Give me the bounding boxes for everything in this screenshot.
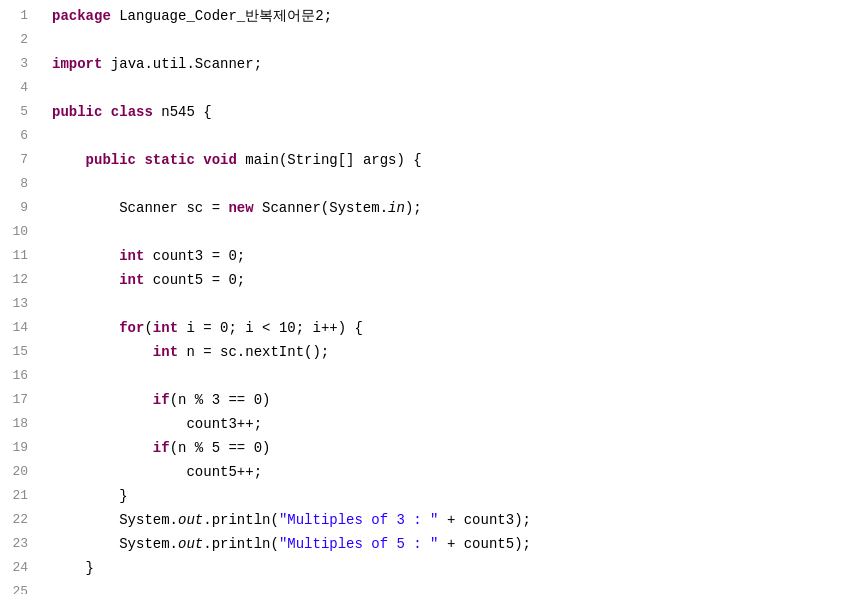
plain-token: i = 0; i < 10; i++) { (178, 320, 363, 336)
code-line-25 (52, 580, 868, 594)
code-line-1: package Language_Coder_반복제어문2; (52, 4, 868, 28)
plain-token (52, 320, 119, 336)
line-number-6: 6 (8, 124, 28, 148)
line-number-17: 17 (8, 388, 28, 412)
plain-token: + count3); (439, 512, 531, 528)
plain-token: System. (52, 512, 178, 528)
plain-token: count3 = 0; (144, 248, 245, 264)
keyword-token: new (228, 200, 253, 216)
line-number-13: 13 (8, 292, 28, 316)
plain-token: + count5); (439, 536, 531, 552)
line-number-25: 25 (8, 580, 28, 594)
plain-token: Language_Coder_반복제어문2; (111, 8, 332, 24)
plain-token: main(String[] args) { (237, 152, 422, 168)
italic-token: in (388, 200, 405, 216)
plain-token: ( (144, 320, 152, 336)
plain-token (52, 248, 119, 264)
keyword-token: if (153, 440, 170, 456)
line-number-12: 12 (8, 268, 28, 292)
keyword-token: int (153, 344, 178, 360)
code-line-24: } (52, 556, 868, 580)
plain-token: count5++; (52, 464, 262, 480)
plain-token: count5 = 0; (144, 272, 245, 288)
line-number-16: 16 (8, 364, 28, 388)
keyword-token: static (144, 152, 194, 168)
string-token: "Multiples of 3 : " (279, 512, 439, 528)
line-number-20: 20 (8, 460, 28, 484)
line-number-2: 2 (8, 28, 28, 52)
keyword-token: for (119, 320, 144, 336)
plain-token: n545 { (153, 104, 212, 120)
plain-token: System. (52, 536, 178, 552)
keyword-token: class (111, 104, 153, 120)
line-number-8: 8 (8, 172, 28, 196)
code-line-6 (52, 124, 868, 148)
string-token: "Multiples of 5 : " (279, 536, 439, 552)
line-number-22: 22 (8, 508, 28, 532)
plain-token: n = sc.nextInt(); (178, 344, 329, 360)
plain-token: ); (405, 200, 422, 216)
plain-token: (n % 3 == 0) (170, 392, 271, 408)
line-number-9: 9 (8, 196, 28, 220)
keyword-token: import (52, 56, 102, 72)
plain-token (52, 272, 119, 288)
italic-token: out (178, 536, 203, 552)
line-number-19: 19 (8, 436, 28, 460)
keyword-token: if (153, 392, 170, 408)
code-line-20: count5++; (52, 460, 868, 484)
code-line-22: System.out.println("Multiples of 3 : " +… (52, 508, 868, 532)
code-line-11: int count3 = 0; (52, 244, 868, 268)
plain-token (195, 152, 203, 168)
line-number-18: 18 (8, 412, 28, 436)
plain-token: java.util.Scanner; (102, 56, 262, 72)
line-number-11: 11 (8, 244, 28, 268)
code-line-9: Scanner sc = new Scanner(System.in); (52, 196, 868, 220)
plain-token: } (52, 560, 94, 576)
plain-token: (n % 5 == 0) (170, 440, 271, 456)
code-line-4 (52, 76, 868, 100)
code-line-7: public static void main(String[] args) { (52, 148, 868, 172)
keyword-token: void (203, 152, 237, 168)
line-number-14: 14 (8, 316, 28, 340)
code-line-12: int count5 = 0; (52, 268, 868, 292)
plain-token: count3++; (52, 416, 262, 432)
plain-token: .println( (203, 536, 279, 552)
line-numbers: 1234567⊖89101112131415161718192021222324… (0, 4, 36, 594)
line-number-1: 1 (8, 4, 28, 28)
code-line-10 (52, 220, 868, 244)
plain-token (52, 152, 86, 168)
line-number-21: 21 (8, 484, 28, 508)
plain-token (52, 392, 153, 408)
line-number-5: 5 (8, 100, 28, 124)
keyword-token: int (153, 320, 178, 336)
plain-token (52, 440, 153, 456)
plain-token (52, 344, 153, 360)
line-number-15: 15 (8, 340, 28, 364)
line-number-10: 10 (8, 220, 28, 244)
line-number-3: 3 (8, 52, 28, 76)
code-line-13 (52, 292, 868, 316)
code-lines: package Language_Coder_반복제어문2; import ja… (36, 4, 868, 594)
line-number-23: 23 (8, 532, 28, 556)
code-container: 1234567⊖89101112131415161718192021222324… (0, 0, 868, 594)
keyword-token: package (52, 8, 111, 24)
code-line-18: count3++; (52, 412, 868, 436)
code-line-14: for(int i = 0; i < 10; i++) { (52, 316, 868, 340)
keyword-token: int (119, 248, 144, 264)
keyword-token: int (119, 272, 144, 288)
code-line-23: System.out.println("Multiples of 5 : " +… (52, 532, 868, 556)
code-line-19: if(n % 5 == 0) (52, 436, 868, 460)
plain-token: Scanner(System. (254, 200, 388, 216)
line-number-4: 4 (8, 76, 28, 100)
keyword-token: public (52, 104, 102, 120)
plain-token: .println( (203, 512, 279, 528)
keyword-token: public (86, 152, 136, 168)
plain-token (102, 104, 110, 120)
code-line-21: } (52, 484, 868, 508)
line-number-7: 7⊖ (8, 148, 28, 172)
code-line-2 (52, 28, 868, 52)
code-line-3: import java.util.Scanner; (52, 52, 868, 76)
code-line-16 (52, 364, 868, 388)
code-line-15: int n = sc.nextInt(); (52, 340, 868, 364)
plain-token: } (52, 488, 128, 504)
